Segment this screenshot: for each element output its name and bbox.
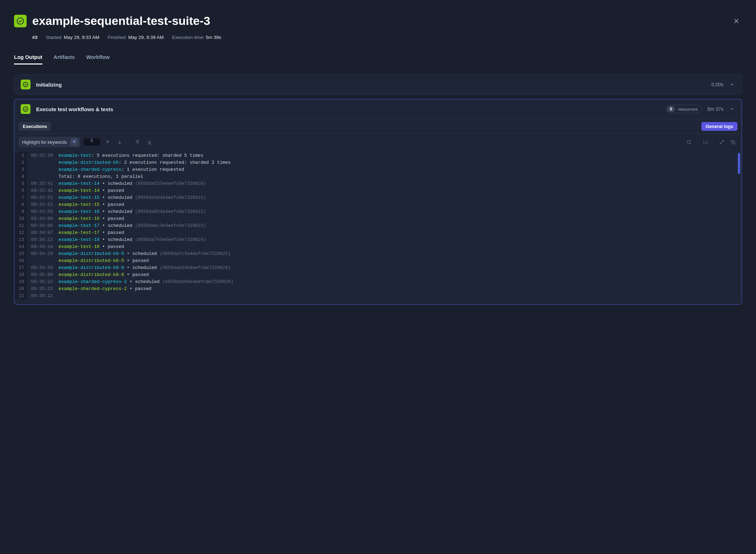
highlight-keywords-button[interactable]: Highlight for keywords — [19, 137, 80, 147]
log-message: example-test-16 • passed — [59, 215, 739, 222]
close-button[interactable] — [731, 15, 742, 27]
timestamp: 09:39:11 — [27, 292, 59, 299]
timestamp: 09:34:14 — [27, 243, 59, 250]
fullscreen-icon[interactable] — [717, 137, 726, 147]
log-message: example-test-15 • scheduled (6656da5d3e4… — [59, 194, 739, 201]
step-title: Execute test workflows & tests — [36, 106, 660, 112]
log-row: 709:33:51example-test-15 • scheduled (66… — [14, 194, 739, 201]
log-message: example-test-18 • passed — [59, 243, 739, 250]
line-number: 2 — [14, 159, 27, 166]
arrow-down-icon[interactable] — [115, 137, 124, 147]
filter-icon — [70, 138, 78, 146]
tab-log-output[interactable]: Log Output — [14, 54, 42, 65]
step-initializing: Initializing 0.00s — [14, 74, 742, 95]
status-success-icon — [21, 104, 30, 114]
log-message: example-distributed-k6-6 • scheduled (66… — [59, 264, 739, 271]
log-pane: 109:33:39example-test: 5 executions requ… — [14, 150, 742, 304]
line-number: 18 — [14, 271, 27, 278]
sub-header: Executions General logs — [14, 119, 742, 134]
step-duration: 5m 37s — [707, 106, 723, 112]
log-message: example-sharded-cypress-2 • scheduled (6… — [59, 278, 739, 285]
separator — [697, 139, 697, 145]
log-message: example-distributed-k6-5 • scheduled (66… — [59, 250, 739, 257]
timestamp — [27, 173, 59, 180]
step-header[interactable]: Execute test workflows & tests 8 resourc… — [14, 99, 742, 119]
execution-time-meta: Execution time: 5m 39s — [172, 35, 221, 40]
line-number: 17 — [14, 264, 27, 271]
meta-row: #3 Started: May 29, 9:33 AM Finished: Ma… — [32, 35, 742, 40]
separator — [713, 139, 714, 145]
log-row: 1209:34:07example-test-17 • passed — [14, 229, 739, 236]
timestamp: 09:35:22 — [27, 278, 59, 285]
log-row: 109:33:39example-test: 5 executions requ… — [14, 152, 739, 159]
log-row: 1009:34:00example-test-16 • passed — [14, 215, 739, 222]
timestamp: 09:34:13 — [27, 236, 59, 243]
log-row: 16example-distributed-k6-5 • passed — [14, 257, 739, 264]
timestamp — [27, 166, 59, 173]
line-number: 3 — [14, 166, 27, 173]
log-message: example-test: 5 executions requested: sh… — [59, 152, 739, 159]
log-row: 1909:35:22example-sharded-cypress-2 • sc… — [14, 278, 739, 285]
log-row: 1509:34:20example-distributed-k6-5 • sch… — [14, 250, 739, 257]
step-title: Initializing — [36, 82, 706, 88]
tab-artifacts[interactable]: Artifacts — [54, 54, 75, 65]
tab-workflow[interactable]: Workflow — [86, 54, 110, 65]
executions-button[interactable]: Executions — [19, 122, 51, 131]
line-number: 5 — [14, 180, 27, 187]
timestamp: 09:34:06 — [27, 222, 59, 229]
timestamp: 09:34:20 — [27, 250, 59, 257]
tabs: Log Output Artifacts Workflow — [14, 54, 742, 65]
log-row: 909:33:59example-test-16 • scheduled (66… — [14, 208, 739, 215]
log-message: example-test-17 • scheduled (6656da6c3e4… — [59, 222, 739, 229]
line-number-input[interactable]: 0 — [83, 138, 101, 146]
log-message: example-test-15 • passed — [59, 201, 739, 208]
log-message: example-sharded-cypress: 1 execution req… — [59, 166, 739, 173]
scroll-top-icon[interactable] — [133, 137, 142, 147]
chevron-up-icon[interactable] — [729, 106, 735, 112]
search-icon[interactable] — [684, 137, 693, 147]
step-duration: 0.00s — [712, 82, 723, 87]
svg-rect-4 — [732, 141, 735, 144]
arrow-up-icon[interactable] — [103, 137, 112, 147]
log-message: example-test-16 • scheduled (6656da653e4… — [59, 208, 739, 215]
resources-label: resources — [678, 107, 698, 112]
line-number: 4 — [14, 173, 27, 180]
svg-point-3 — [687, 140, 690, 143]
chevron-down-icon[interactable] — [729, 81, 735, 88]
log-row: 1709:34:59example-distributed-k6-6 • sch… — [14, 264, 739, 271]
timestamp: 09:33:42 — [27, 187, 59, 194]
log-message: example-distributed-k6-6 • passed — [59, 271, 739, 278]
log-message: example-test-14 • passed — [59, 187, 739, 194]
timestamp: 09:34:59 — [27, 264, 59, 271]
copy-icon[interactable] — [728, 137, 737, 147]
line-number: 11 — [14, 222, 27, 229]
svg-point-0 — [17, 18, 23, 24]
timestamp — [27, 257, 59, 264]
log-row: 3example-sharded-cypress: 1 execution re… — [14, 166, 739, 173]
step-header[interactable]: Initializing 0.00s — [14, 75, 742, 94]
line-number: 1 — [14, 152, 27, 159]
wrap-lines-icon[interactable] — [701, 137, 710, 147]
log-message: example-test-17 • passed — [59, 229, 739, 236]
log-row: 1809:35:00example-distributed-k6-6 • pas… — [14, 271, 739, 278]
status-success-icon — [14, 15, 27, 27]
line-number: 19 — [14, 278, 27, 285]
log-row: 1409:34:14example-test-18 • passed — [14, 243, 739, 250]
log-message: example-sharded-cypress-2 • passed — [59, 285, 739, 292]
scrollbar[interactable] — [738, 153, 740, 174]
separator — [129, 139, 129, 145]
timestamp: 09:33:41 — [27, 180, 59, 187]
line-number: 16 — [14, 257, 27, 264]
line-number: 13 — [14, 236, 27, 243]
line-number: 20 — [14, 285, 27, 292]
scroll-bottom-icon[interactable] — [145, 137, 154, 147]
status-success-icon — [21, 80, 30, 89]
line-number: 8 — [14, 201, 27, 208]
resources-pill[interactable]: 8 resources — [666, 105, 702, 113]
general-logs-button[interactable]: General logs — [701, 122, 737, 131]
log-row: 509:33:41example-test-14 • scheduled (66… — [14, 180, 739, 187]
step-execute: Execute test workflows & tests 8 resourc… — [14, 99, 742, 305]
line-number: 9 — [14, 208, 27, 215]
resources-count: 8 — [667, 106, 675, 112]
log-toolbar: Highlight for keywords 0 — [14, 134, 742, 150]
